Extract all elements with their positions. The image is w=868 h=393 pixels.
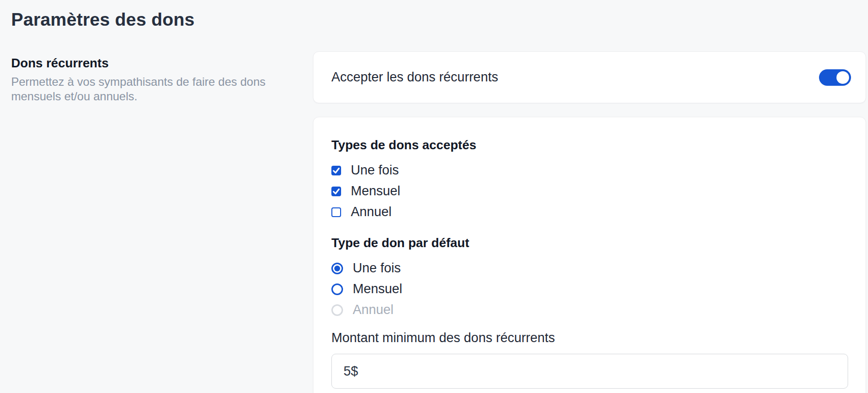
radio-row-once: Une fois [331,262,848,274]
section-intro: Dons récurrents Permettez à vos sympathi… [11,51,313,393]
toggle-knob [836,71,849,84]
settings-cards: Accepter les dons récurrents Types de do… [313,51,866,393]
minimum-amount-input[interactable] [331,354,848,389]
donation-settings-page: Paramètres des dons Dons récurrents Perm… [0,0,868,393]
radio-once-label: Une fois [353,261,401,276]
page-title: Paramètres des dons [11,10,866,30]
check-icon [331,187,341,196]
checkbox-yearly-label: Annuel [351,204,392,220]
checkbox-monthly-label: Mensuel [351,184,400,199]
checkbox-once[interactable] [331,166,341,175]
radio-row-monthly: Mensuel [331,283,848,295]
checkbox-monthly[interactable] [331,187,341,196]
radio-row-yearly: Annuel [331,304,848,316]
radio-yearly [331,304,343,316]
default-type-heading: Type de don par défaut [331,236,848,251]
spacer [331,316,848,330]
content-row: Dons récurrents Permettez à vos sympathi… [11,51,866,393]
check-icon [331,166,341,175]
radio-monthly[interactable] [331,283,343,295]
checkbox-row-yearly: Annuel [331,206,848,218]
section-heading: Dons récurrents [11,56,313,71]
recurring-toggle-switch[interactable] [819,69,851,86]
checkbox-row-once: Une fois [331,164,848,176]
checkbox-once-label: Une fois [351,163,399,178]
radio-yearly-label: Annuel [353,302,393,317]
section-description: Permettez à vos sympathisants de faire d… [11,75,266,104]
accepted-types-heading: Types de dons acceptés [331,138,848,153]
spacer [331,218,848,236]
minimum-amount-label: Montant minimum des dons récurrents [331,330,848,346]
recurring-toggle-label: Accepter les dons récurrents [331,70,498,85]
recurring-toggle-card: Accepter les dons récurrents [313,51,866,103]
radio-once[interactable] [331,263,343,274]
donation-options-card: Types de dons acceptés Une fois [313,117,866,393]
checkbox-yearly[interactable] [331,207,341,217]
radio-monthly-label: Mensuel [353,282,402,297]
checkbox-row-monthly: Mensuel [331,185,848,197]
